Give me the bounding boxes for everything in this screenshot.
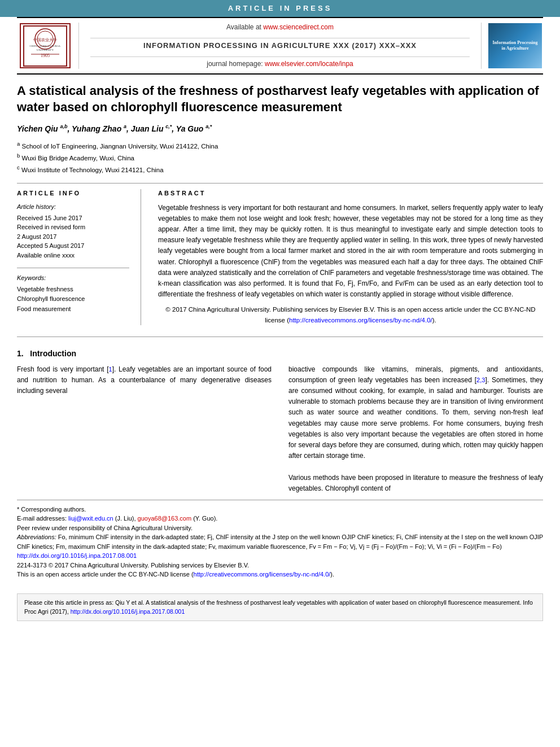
- intro-left-text: Fresh food is very important [1]. Leafy …: [17, 364, 272, 397]
- received-date: Received 15 June 2017: [17, 215, 82, 221]
- revised-date: 2 August 2017: [17, 233, 56, 240]
- university-logo: 中国农业大学 CHINA AGRICULTURAL UNIVERSITY 190…: [17, 23, 79, 69]
- journal-header: 中国农业大学 CHINA AGRICULTURAL UNIVERSITY 190…: [17, 17, 543, 75]
- svg-text:CHINA AGRICULTURAL: CHINA AGRICULTURAL: [29, 45, 60, 47]
- bottom-doi-link[interactable]: http://dx.doi.org/10.1016/j.inpa.2017.08…: [71, 608, 185, 615]
- revised-label: Received in revised form: [17, 224, 85, 230]
- open-access-text: This is an open access article under the…: [17, 570, 543, 579]
- keywords-label: Keywords:: [17, 274, 129, 282]
- corresponding-note: * Corresponding authors.: [17, 505, 543, 514]
- journal-name: INFORMATION PROCESSING IN AGRICULTURE XX…: [143, 41, 417, 51]
- liu-email-link[interactable]: liuj@wxit.edu.cn: [68, 515, 113, 522]
- peer-review-note: Peer review under responsibility of Chin…: [17, 523, 543, 533]
- affiliations: a School of IoT Engineering, Jiangnan Un…: [17, 140, 543, 174]
- journal-info: Available at www.sciencedirect.com INFOR…: [79, 23, 481, 69]
- keyword-1: Vegetable freshness: [17, 285, 129, 294]
- introduction-section: 1. Introduction Fresh food is very impor…: [17, 348, 543, 494]
- svg-text:1905: 1905: [41, 53, 50, 58]
- svg-text:UNIVERSITY: UNIVERSITY: [37, 49, 54, 51]
- available-online: Available online xxxx: [17, 252, 75, 259]
- article-in-press-banner: ARTICLE IN PRESS: [0, 0, 560, 17]
- issn-text: 2214-3173 © 2017 China Agricultural Univ…: [17, 561, 543, 570]
- journal-homepage-link[interactable]: www.elsevier.com/locate/inpa: [265, 60, 353, 68]
- intro-right-col: bioactive compounds like vitamins, miner…: [288, 364, 543, 494]
- intro-left-col: Fresh food is very important [1]. Leafy …: [17, 364, 272, 494]
- keyword-3: Food measurement: [17, 305, 129, 313]
- sciencedirect-link[interactable]: www.sciencedirect.com: [263, 23, 334, 31]
- article-title: A statistical analysis of the freshness …: [17, 83, 543, 115]
- ref-1-link[interactable]: 1: [109, 366, 112, 373]
- abbreviations-note: Abbreviations: Fo, minimum ChlF intensit…: [17, 532, 543, 551]
- homepage-text: journal homepage: www.elsevier.com/locat…: [207, 59, 353, 69]
- authors: Yichen Qiu a,b, Yuhang Zhao a, Juan Liu …: [17, 123, 543, 134]
- open-access-link[interactable]: http://creativecommons.org/licenses/by-n…: [194, 571, 331, 578]
- doi-link[interactable]: http://dx.doi.org/10.1016/j.inpa.2017.08…: [17, 552, 137, 559]
- intro-right-text: bioactive compounds like vitamins, miner…: [288, 364, 543, 494]
- ref-2-link[interactable]: 2,3: [476, 377, 485, 383]
- keyword-2: Chlorophyll fluorescence: [17, 295, 129, 303]
- keywords-section: Keywords: Vegetable freshness Chlorophyl…: [17, 274, 129, 313]
- journal-thumbnail: Information Processing in Agriculture: [481, 23, 543, 69]
- svg-text:中国农业大学: 中国农业大学: [33, 38, 57, 42]
- cc-license-link[interactable]: http://creativecommons.org/licenses/by-n…: [289, 317, 432, 324]
- abstract-column: ABSTRACT Vegetable freshness is very imp…: [158, 189, 543, 325]
- citation-bar: Please cite this article in press as: Qi…: [17, 593, 543, 622]
- accepted-date: Accepted 5 August 2017: [17, 242, 84, 249]
- email-note: E-mail addresses: liuj@wxit.edu.cn (J. L…: [17, 514, 543, 523]
- article-info-column: ARTICLE INFO Article history: Received 1…: [17, 189, 141, 325]
- abstract-header: ABSTRACT: [158, 189, 543, 198]
- article-info-header: ARTICLE INFO: [17, 189, 129, 198]
- article-history: Article history: Received 15 June 2017 R…: [17, 203, 129, 260]
- footnotes: * Corresponding authors. E-mail addresse…: [17, 500, 543, 579]
- introduction-title: 1. Introduction: [17, 348, 543, 360]
- available-at-text: Available at www.sciencedirect.com: [226, 23, 334, 32]
- abstract-text: Vegetable freshness is very important fo…: [158, 203, 543, 325]
- guo-email-link[interactable]: guoya68@163.com: [138, 515, 192, 522]
